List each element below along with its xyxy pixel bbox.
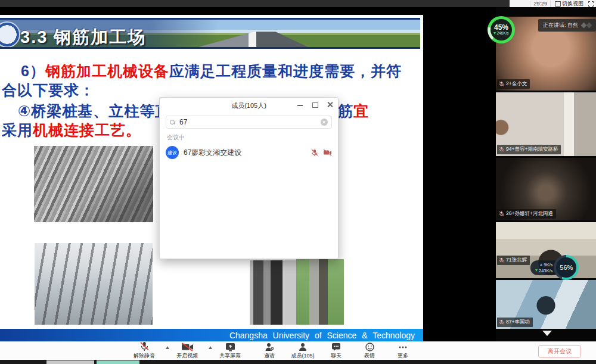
invite-button[interactable]: 邀请 <box>257 343 281 360</box>
participant-label: 94+曾容+湖南瑞安路桥 <box>497 145 561 154</box>
os-taskbar <box>0 360 596 364</box>
participant-name: 2+金小文 <box>506 80 527 88</box>
download-speed: 243K/s <box>539 268 552 273</box>
mic-muted-icon <box>139 341 149 351</box>
camera-off-icon <box>323 149 332 156</box>
meeting-app-window: 29:29 切换视图 3.3 钢筋加工场 6）钢筋加工机械设备应满足工程质量和进… <box>0 0 596 364</box>
down-arrow-icon <box>493 32 496 35</box>
mic-muted-icon <box>499 211 504 217</box>
speaking-toast-text: 正在讲话: 自然 <box>543 21 578 29</box>
participant-name: 87+李国功 <box>506 319 530 326</box>
members-dialog-titlebar[interactable]: 成员(105人) <box>160 98 338 113</box>
meeting-top-bar: 29:29 切换视图 <box>510 0 596 7</box>
member-search-box[interactable] <box>166 116 332 129</box>
rebar-couplers-photo <box>34 146 153 222</box>
chat-label: 聊天 <box>331 352 342 360</box>
member-search-input[interactable] <box>178 117 318 127</box>
fullscreen-icon[interactable] <box>588 1 594 7</box>
slide-paragraph-1: 6）钢筋加工机械设备应满足工程质量和进度需要，并符 <box>21 61 402 81</box>
p1-highlight: 钢筋加工机械设备 <box>45 63 169 79</box>
chat-icon <box>331 343 341 351</box>
slide-paragraph-1-line2: 合以下要求： <box>2 80 95 100</box>
in-meeting-section-label: 会议中 <box>167 133 338 142</box>
start-video-label: 开启视频 <box>176 352 198 360</box>
shared-window-top-edge <box>0 0 510 7</box>
down-arrow-icon <box>535 269 538 272</box>
more-label: 更多 <box>398 352 408 360</box>
participant-label: 26+孙姗轩+河北阔通 <box>497 209 556 219</box>
search-icon <box>170 120 175 125</box>
threaded-rebar-photo <box>250 260 296 325</box>
university-logo <box>0 21 20 48</box>
upload-speed: 9K/s <box>544 262 552 267</box>
maximize-icon[interactable] <box>312 101 318 108</box>
clear-search-icon[interactable] <box>321 119 328 126</box>
meeting-toolbar: 解除静音 开启视频 共享屏幕 <box>0 341 596 360</box>
mic-muted-icon <box>499 319 504 325</box>
switch-view-button[interactable]: 切换视图 <box>555 0 583 8</box>
participant-label: 71张兆辉 <box>497 256 530 265</box>
scroll-down-arrow[interactable] <box>542 331 552 336</box>
participants-sidebar: 45% 246K/s 正在讲话: 自然 2+金小文 <box>496 7 596 341</box>
video-options-caret[interactable] <box>209 346 212 349</box>
emoji-button[interactable]: 表情 <box>358 343 381 360</box>
minimize-icon[interactable] <box>297 101 303 108</box>
share-screen-button[interactable]: 共享屏幕 <box>218 343 242 360</box>
member-list-item[interactable]: 建设 67廖彩文湘交建设 <box>166 146 332 159</box>
p2-line2-blue: 采用 <box>2 122 33 138</box>
unmute-button[interactable]: 解除静音 <box>132 343 156 360</box>
members-dialog-title: 成员(105人) <box>231 101 266 110</box>
invite-person-icon <box>265 343 274 351</box>
slide-banner: 3.3 钢筋加工场 <box>0 18 420 49</box>
share-screen-icon <box>225 343 235 351</box>
participant-name: 94+曾容+湖南瑞安路桥 <box>506 146 558 153</box>
p2-right-red: 宜 <box>353 102 369 119</box>
p1-rest: 应满足工程质量和进度需要，并符 <box>169 63 402 79</box>
slide-paragraph-2-line2: 采用机械连接工艺。 <box>2 120 141 140</box>
invite-label: 邀请 <box>264 352 275 360</box>
video-tile-5[interactable]: 87+李国功 <box>496 280 596 329</box>
switch-view-label: 切换视图 <box>562 0 583 8</box>
members-dialog: 成员(105人) 会议中 建设 67廖彩文湘交建设 <box>159 97 339 259</box>
video-tile-2[interactable]: 94+曾容+湖南瑞安路桥 <box>496 92 596 156</box>
speaking-toast: 正在讲话: 自然 <box>538 19 596 32</box>
up-arrow-icon <box>540 263 542 266</box>
slide-footer: Changsha University of Science & Technol… <box>0 329 423 341</box>
mic-muted-icon <box>499 147 504 153</box>
start-video-button[interactable]: 开启视频 <box>175 343 199 360</box>
unmute-label: 解除静音 <box>134 352 155 360</box>
participant-label: 87+李国功 <box>497 318 533 327</box>
taskbar-item[interactable] <box>97 360 139 364</box>
slide-paragraph-2-left: ④桥梁桩基、立柱等直 <box>18 101 170 121</box>
member-avatar: 建设 <box>166 146 179 159</box>
participant-name: 71张兆辉 <box>506 257 527 264</box>
members-label: 成员(105) <box>291 352 314 360</box>
gauge-45-percent: 45% <box>494 24 508 31</box>
network-gauge-56: 56% <box>554 255 579 280</box>
meeting-timer: 29:29 <box>530 1 551 7</box>
share-screen-label: 共享屏幕 <box>219 352 241 360</box>
network-gauge-45: 45% 246K/s <box>488 16 515 43</box>
close-icon[interactable] <box>327 101 333 108</box>
emoji-label: 表情 <box>364 352 375 360</box>
members-button[interactable]: 成员(105) <box>291 343 315 360</box>
mic-muted-icon <box>499 81 504 87</box>
gauge-56-percent: 56% <box>560 264 573 271</box>
p1-prefix: 6） <box>21 63 45 79</box>
taskbar-item[interactable] <box>46 360 94 364</box>
member-name: 67廖彩文湘交建设 <box>184 148 306 158</box>
more-button[interactable]: 更多 <box>391 343 415 360</box>
p2-line2-red: 机械连接工艺。 <box>33 122 141 138</box>
leave-meeting-button[interactable]: 离开会议 <box>538 345 581 358</box>
emoji-smiley-icon <box>365 343 374 351</box>
members-icon <box>299 343 307 351</box>
meeting-logo-icon <box>582 23 591 27</box>
video-tile-3[interactable]: 26+孙姗轩+河北阔通 <box>496 158 596 220</box>
camera-off-icon <box>181 343 194 351</box>
rebar-coupler-joint-photo <box>296 259 344 325</box>
chat-button[interactable]: 聊天 <box>324 343 348 360</box>
more-dots-icon <box>398 343 408 351</box>
mute-options-caret[interactable] <box>166 346 169 349</box>
gauge-45-speed: 246K/s <box>496 31 508 35</box>
slide-title: 3.3 钢筋加工场 <box>20 26 146 49</box>
